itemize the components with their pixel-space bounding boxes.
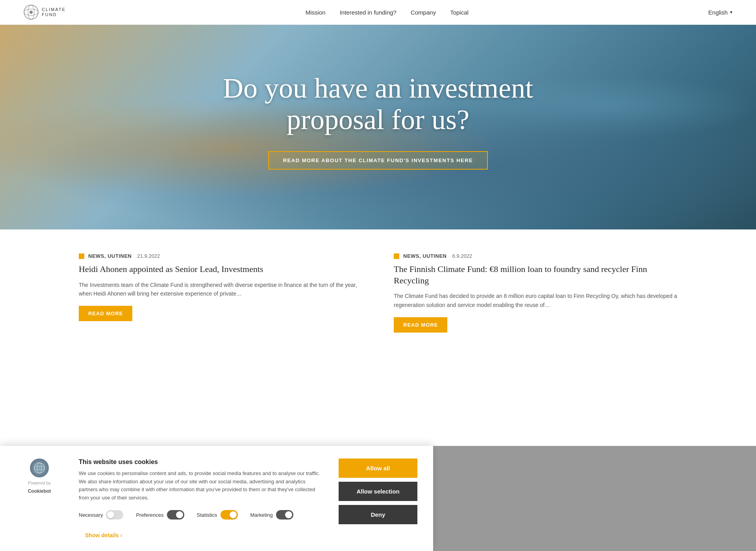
language-label: English [708, 9, 728, 16]
hero-cta-button[interactable]: READ MORE ABOUT THE CLIMATE FUND'S INVES… [268, 151, 488, 170]
news-tag-1: NEWS, UUTINEN [88, 253, 132, 259]
chevron-down-icon: ▾ [730, 9, 732, 15]
news-card-2: NEWS, UUTINEN 6.9.2022 The Finnish Clima… [394, 253, 677, 333]
logo[interactable]: CLIMATE FUND [24, 5, 66, 20]
read-more-button-2[interactable]: READ MORE [394, 317, 447, 333]
nav-item-company[interactable]: Company [411, 9, 436, 16]
climate-fund-logo-icon [24, 5, 39, 20]
news-title-1: Heidi Ahonen appointed as Senior Lead, I… [79, 264, 362, 275]
header: CLIMATE FUND Mission Interested in fundi… [0, 0, 756, 25]
news-section: NEWS, UUTINEN 21.9.2022 Heidi Ahonen app… [0, 229, 756, 356]
news-tag-dot-1 [79, 253, 84, 259]
nav-item-mission[interactable]: Mission [306, 9, 326, 16]
hero-content: Do you have an investment proposal for u… [207, 73, 549, 169]
news-title-2: The Finnish Climate Fund: €8 million loa… [394, 264, 677, 286]
read-more-button-1[interactable]: READ MORE [79, 306, 132, 321]
news-meta-2: NEWS, UUTINEN 6.9.2022 [394, 253, 677, 259]
news-meta-1: NEWS, UUTINEN 21.9.2022 [79, 253, 362, 259]
main-nav: Mission Interested in funding? Company T… [306, 9, 469, 16]
svg-point-3 [30, 11, 33, 14]
nav-item-funding[interactable]: Interested in funding? [340, 9, 397, 16]
news-excerpt-2: The Climate Fund has decided to provide … [394, 292, 677, 309]
news-date-2: 6.9.2022 [452, 253, 472, 259]
logo-text: CLIMATE FUND [42, 7, 66, 17]
news-excerpt-1: The Investments team of the Climate Fund… [79, 281, 362, 298]
news-tag-2: NEWS, UUTINEN [403, 253, 447, 259]
news-date-1: 21.9.2022 [137, 253, 160, 259]
news-tag-dot-2 [394, 253, 399, 259]
hero-section: Do you have an investment proposal for u… [0, 25, 756, 229]
news-card-1: NEWS, UUTINEN 21.9.2022 Heidi Ahonen app… [79, 253, 362, 333]
language-selector[interactable]: English ▾ [708, 9, 732, 16]
hero-title: Do you have an investment proposal for u… [223, 73, 533, 135]
nav-item-topical[interactable]: Topical [450, 9, 469, 16]
